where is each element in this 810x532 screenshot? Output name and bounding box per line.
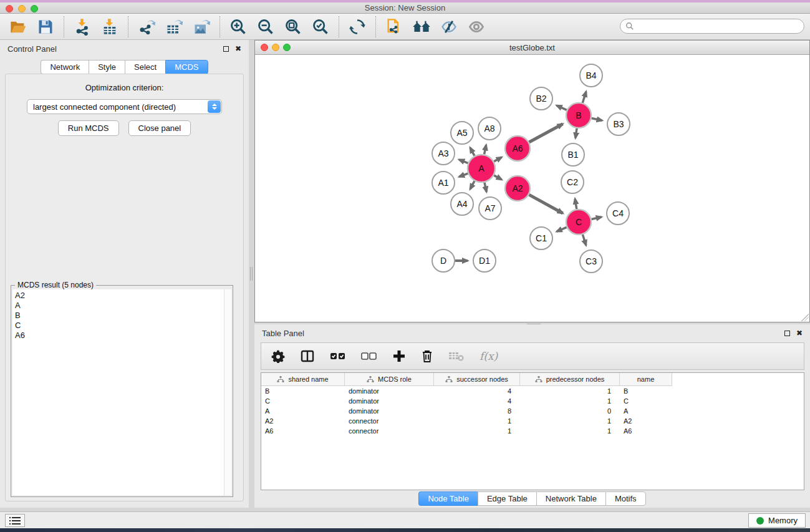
window-resize-handle[interactable] <box>801 314 809 321</box>
edge-C-C3[interactable] <box>582 235 586 245</box>
column-header-name[interactable]: name <box>620 373 672 386</box>
edge-A6-B[interactable] <box>529 124 562 142</box>
tab-network-table[interactable]: Network Table <box>536 491 605 506</box>
hide-panels-icon[interactable] <box>440 17 458 36</box>
column-header-mcds-role[interactable]: MCDS role <box>345 373 434 386</box>
edge-A-A6[interactable] <box>494 157 501 162</box>
table-row[interactable]: B dominator 4 1 B <box>261 386 804 396</box>
zoom-fit-icon[interactable] <box>284 17 302 36</box>
run-mcds-button[interactable]: Run MCDS <box>58 120 119 136</box>
table-close-panel-icon[interactable]: ✖ <box>796 329 803 337</box>
save-icon[interactable] <box>36 17 55 36</box>
add-column-icon[interactable] <box>392 347 406 365</box>
select-stepper-icon <box>208 100 221 113</box>
network-graph-canvas[interactable]: B4B2BB3A8A5A6B1A3AA1C2A2A4A7C4CC1C3DD1 <box>255 55 809 322</box>
tab-node-table[interactable]: Node Table <box>418 491 478 506</box>
memory-status-icon <box>756 517 764 525</box>
edge-B-B3[interactable] <box>592 118 602 120</box>
edge-A-A8[interactable] <box>485 145 486 154</box>
node-label-B: B <box>576 110 581 120</box>
search-field[interactable] <box>620 19 804 34</box>
vertical-splitter[interactable] <box>249 40 254 508</box>
refresh-icon[interactable] <box>348 17 367 36</box>
import-table-icon[interactable] <box>100 17 119 36</box>
tab-motifs[interactable]: Motifs <box>605 491 646 506</box>
edge-B-B2[interactable] <box>557 105 567 110</box>
result-item[interactable]: C <box>15 321 224 331</box>
node-label-D: D <box>440 256 446 266</box>
close-panel-button[interactable]: Close panel <box>128 120 191 136</box>
zoom-in-icon[interactable] <box>229 17 248 36</box>
edge-A-A2[interactable] <box>494 175 501 180</box>
zoom-selected-icon[interactable] <box>311 17 330 36</box>
node-label-B1: B1 <box>567 150 578 160</box>
optimization-criterion-select[interactable]: largest connected component (directed) <box>27 99 222 114</box>
tab-edge-table[interactable]: Edge Table <box>478 491 536 506</box>
edge-A-A5[interactable] <box>470 148 475 156</box>
import-network-icon[interactable] <box>73 17 92 36</box>
table-row[interactable]: A2 connector 1 1 A2 <box>261 416 804 426</box>
export-image-icon[interactable] <box>192 17 211 36</box>
export-table-icon[interactable] <box>165 17 183 36</box>
edge-A-A7[interactable] <box>485 182 486 191</box>
deselect-all-rows-icon[interactable] <box>361 347 377 365</box>
table-panel: Table Panel ✖ f(x) sh <box>254 324 810 508</box>
node-label-B2: B2 <box>536 94 546 104</box>
mcds-result-title: MCDS result (5 nodes) <box>15 281 96 289</box>
node-label-A5: A5 <box>456 128 467 138</box>
table-row[interactable]: A dominator 8 0 A <box>261 406 804 416</box>
table-row[interactable]: A6 connector 1 1 A6 <box>261 426 804 436</box>
attribute-type-icon <box>535 376 542 383</box>
result-item[interactable]: B <box>15 311 224 321</box>
attribute-type-icon <box>367 376 374 383</box>
edge-A-A4[interactable] <box>470 181 475 189</box>
result-item[interactable]: A6 <box>15 331 224 341</box>
tab-mcds[interactable]: MCDS <box>165 60 208 74</box>
column-header-predecessor-nodes[interactable]: predecessor nodes <box>520 373 620 386</box>
show-panels-eye-icon[interactable] <box>467 17 486 36</box>
node-label-D1: D1 <box>479 256 490 266</box>
desktop-strip <box>0 0 810 2</box>
table-header-row: shared name MCDS role successor nodes pr… <box>261 373 804 386</box>
close-panel-icon[interactable]: ✖ <box>235 44 241 53</box>
export-network-icon[interactable] <box>137 17 156 36</box>
network-file-icon[interactable] <box>385 17 403 36</box>
edge-C-C1[interactable] <box>557 227 567 231</box>
delete-column-icon[interactable] <box>421 347 433 365</box>
tab-network[interactable]: Network <box>41 60 89 74</box>
open-folder-icon[interactable] <box>9 17 27 36</box>
tab-style[interactable]: Style <box>89 60 125 74</box>
edge-A2-C[interactable] <box>529 195 562 213</box>
zoom-out-icon[interactable] <box>256 17 275 36</box>
memory-label: Memory <box>768 516 798 525</box>
task-history-button[interactable] <box>5 514 25 527</box>
edge-C-C4[interactable] <box>591 217 601 220</box>
tab-select[interactable]: Select <box>125 60 165 74</box>
home-layout-icon[interactable] <box>412 17 431 36</box>
column-header-successor-nodes[interactable]: successor nodes <box>434 373 520 386</box>
edge-A-A3[interactable] <box>459 160 468 163</box>
column-header-shared-name[interactable]: shared name <box>261 373 345 386</box>
network-window-titlebar[interactable]: testGlobe.txt <box>255 41 809 55</box>
select-all-rows-icon[interactable] <box>330 347 346 365</box>
search-input[interactable] <box>634 22 804 31</box>
edge-C-C2[interactable] <box>575 199 577 210</box>
table-float-panel-icon[interactable] <box>784 331 790 336</box>
memory-button[interactable]: Memory <box>748 513 806 528</box>
node-label-B4: B4 <box>586 70 596 80</box>
node-label-C3: C3 <box>586 256 597 266</box>
mcds-result-list[interactable]: A2 A B C A6 <box>12 289 224 495</box>
column-chooser-icon[interactable] <box>300 347 315 365</box>
network-window-title: testGlobe.txt <box>255 43 809 52</box>
result-item[interactable]: A2 <box>15 291 224 301</box>
float-panel-icon[interactable] <box>223 46 229 52</box>
edge-B-B1[interactable] <box>576 128 577 138</box>
result-item[interactable]: A <box>15 301 224 311</box>
attribute-type-icon <box>277 376 284 383</box>
table-settings-gear-icon[interactable] <box>271 347 285 365</box>
result-scrollbar[interactable] <box>224 289 231 495</box>
edge-B-B4[interactable] <box>582 92 586 103</box>
edge-A-A1[interactable] <box>459 173 468 177</box>
table-row[interactable]: C dominator 4 1 C <box>261 396 804 406</box>
function-builder-icon-disabled: f(x) <box>480 347 498 365</box>
